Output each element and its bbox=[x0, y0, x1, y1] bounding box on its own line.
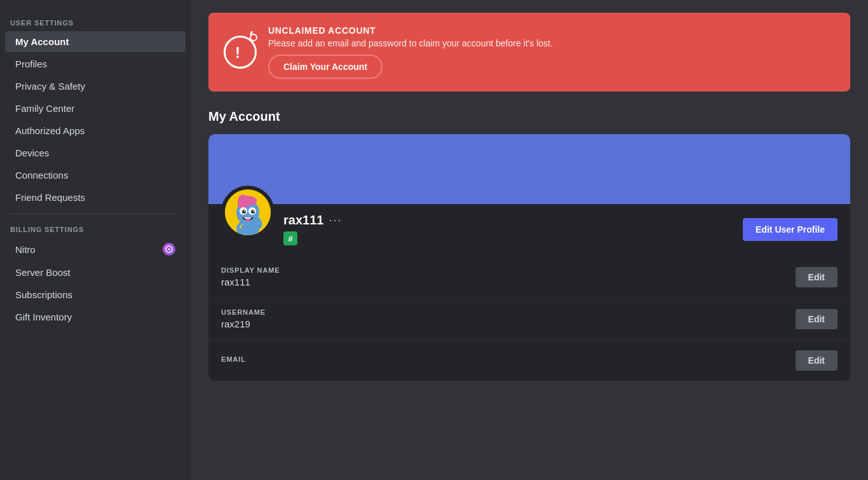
unclaimed-account-banner: ! UNCLAIMED ACCOUNT Please add an email … bbox=[208, 13, 850, 92]
username-edit-button[interactable]: Edit bbox=[796, 309, 837, 329]
svg-point-11 bbox=[244, 210, 245, 212]
fields-section: DISPLAY NAME rax111 Edit USERNAME rax219… bbox=[208, 256, 850, 381]
svg-point-13 bbox=[245, 218, 250, 221]
sidebar-item-label: Devices bbox=[15, 147, 175, 158]
page-title: My Account bbox=[208, 109, 850, 124]
sidebar-item-label: Subscriptions bbox=[15, 289, 175, 300]
banner-description: Please add an email and password to clai… bbox=[268, 38, 835, 48]
sidebar-item-connections[interactable]: Connections bbox=[5, 165, 186, 186]
user-settings-section-label: USER SETTINGS bbox=[0, 13, 191, 31]
edit-user-profile-button[interactable]: Edit User Profile bbox=[743, 218, 837, 241]
display-name-label: DISPLAY NAME bbox=[221, 266, 796, 274]
sidebar-item-label: Connections bbox=[15, 170, 175, 181]
display-name-field-row: DISPLAY NAME rax111 Edit bbox=[208, 256, 850, 298]
email-label: EMAIL bbox=[221, 355, 796, 363]
sidebar-item-subscriptions[interactable]: Subscriptions bbox=[5, 284, 186, 305]
banner-title: UNCLAIMED ACCOUNT bbox=[268, 25, 835, 36]
sidebar-item-label: Family Center bbox=[15, 103, 175, 114]
svg-point-12 bbox=[253, 210, 254, 212]
sidebar-item-label: Profiles bbox=[15, 58, 175, 69]
sidebar-item-privacy-safety[interactable]: Privacy & Safety bbox=[5, 76, 186, 97]
username-value: rax219 bbox=[221, 319, 796, 329]
display-name-value: rax111 bbox=[221, 277, 796, 287]
svg-point-9 bbox=[242, 210, 246, 214]
sidebar-item-profiles[interactable]: Profiles bbox=[5, 53, 186, 74]
email-field-row: EMAIL Edit bbox=[208, 340, 850, 381]
sidebar-item-label: Friend Requests bbox=[15, 192, 175, 203]
profile-info-row: rax111 ··· # Edit User Profile bbox=[208, 204, 850, 256]
sidebar-divider bbox=[10, 214, 180, 214]
sidebar-item-label: Nitro bbox=[15, 244, 159, 255]
avatar-wrapper bbox=[221, 186, 275, 239]
warning-icon: ! bbox=[224, 36, 257, 69]
sidebar-item-label: Authorized Apps bbox=[15, 125, 175, 136]
username-row: rax111 ··· bbox=[283, 213, 734, 228]
claim-account-button[interactable]: Claim Your Account bbox=[268, 55, 383, 79]
sidebar: USER SETTINGS My Account Profiles Privac… bbox=[0, 0, 191, 480]
profile-card: rax111 ··· # Edit User Profile DISPLAY N… bbox=[208, 134, 850, 381]
main-content: ! UNCLAIMED ACCOUNT Please add an email … bbox=[191, 0, 868, 480]
sidebar-item-server-boost[interactable]: Server Boost bbox=[5, 262, 186, 283]
username-content: USERNAME rax219 bbox=[221, 308, 796, 329]
sidebar-item-label: Gift Inventory bbox=[15, 312, 175, 322]
sidebar-item-label: Server Boost bbox=[15, 267, 175, 278]
sidebar-item-friend-requests[interactable]: Friend Requests bbox=[5, 187, 186, 208]
username-options-button[interactable]: ··· bbox=[329, 214, 342, 227]
hashtag-badge: # bbox=[283, 231, 297, 245]
sidebar-item-family-center[interactable]: Family Center bbox=[5, 98, 186, 119]
nitro-icon bbox=[163, 243, 175, 256]
sidebar-item-nitro[interactable]: Nitro bbox=[5, 238, 186, 261]
sidebar-item-label: My Account bbox=[15, 36, 175, 47]
email-edit-button[interactable]: Edit bbox=[796, 350, 837, 371]
profile-username-block: rax111 ··· # bbox=[283, 213, 734, 245]
profile-banner bbox=[208, 134, 850, 204]
sidebar-item-my-account[interactable]: My Account bbox=[5, 31, 186, 52]
username-field-row: USERNAME rax219 Edit bbox=[208, 298, 850, 340]
sidebar-item-authorized-apps[interactable]: Authorized Apps bbox=[5, 120, 186, 141]
email-content: EMAIL bbox=[221, 355, 796, 366]
billing-settings-section-label: BILLING SETTINGS bbox=[0, 219, 191, 237]
sidebar-item-label: Privacy & Safety bbox=[15, 81, 175, 92]
banner-text: UNCLAIMED ACCOUNT Please add an email an… bbox=[268, 25, 835, 79]
profile-username: rax111 bbox=[283, 213, 323, 228]
svg-text:!: ! bbox=[235, 44, 240, 60]
sidebar-item-gift-inventory[interactable]: Gift Inventory bbox=[5, 306, 186, 327]
display-name-edit-button[interactable]: Edit bbox=[796, 267, 837, 287]
svg-point-10 bbox=[251, 210, 255, 214]
display-name-content: DISPLAY NAME rax111 bbox=[221, 266, 796, 287]
avatar bbox=[221, 186, 275, 239]
username-label: USERNAME bbox=[221, 308, 796, 316]
sidebar-item-devices[interactable]: Devices bbox=[5, 142, 186, 163]
